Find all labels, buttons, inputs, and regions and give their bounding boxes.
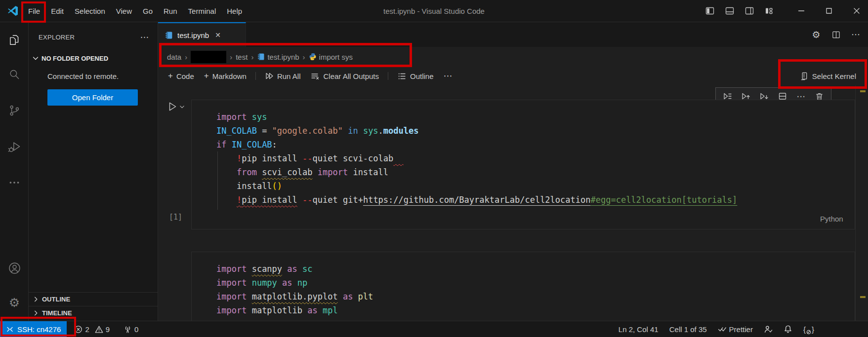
code-line[interactable]: IN_COLAB = "google.colab" in sys.modules: [216, 124, 855, 138]
code-token: plt: [358, 292, 373, 301]
cell-position[interactable]: Cell 1 of 35: [665, 325, 711, 334]
menu-item-help[interactable]: Help: [221, 0, 248, 22]
code-token: [343, 126, 348, 136]
breadcrumb: data › › test › test.ipynb › import sys: [158, 47, 868, 67]
double-check-icon: [718, 325, 727, 334]
code-token: as: [302, 305, 323, 315]
code-line[interactable]: if IN_COLAB:: [216, 138, 855, 151]
tab-bar: test.ipynb ✕ ⚙ ⋯: [158, 22, 868, 47]
cursor-position[interactable]: Ln 2, Col 41: [614, 325, 663, 334]
source-control-icon[interactable]: [2, 100, 26, 121]
code-token: import: [216, 292, 252, 301]
code-token: as: [277, 278, 297, 288]
accounts-icon[interactable]: [2, 257, 26, 279]
more-toolbar-actions-icon[interactable]: ⋯: [440, 69, 456, 83]
code-token: import: [216, 305, 252, 315]
problems-indicator[interactable]: 2 9: [71, 325, 113, 334]
chevron-right-icon: [32, 296, 40, 303]
section-label: NO FOLDER OPENED: [41, 55, 108, 62]
notifications-bell-icon[interactable]: [779, 325, 797, 334]
code-line[interactable]: import scanpy as sc: [216, 262, 855, 276]
close-tab-icon[interactable]: ✕: [215, 31, 221, 39]
cell-language-label[interactable]: Python: [820, 215, 843, 223]
code-token: =: [257, 126, 272, 136]
breadcrumb-file[interactable]: test.ipynb: [257, 53, 299, 61]
cell-1-editor[interactable]: import sysIN_COLAB = "google.colab" in s…: [192, 100, 855, 207]
run-all-button[interactable]: Run All: [261, 69, 305, 83]
code-token: [216, 195, 237, 205]
formatter-indicator[interactable]: Prettier: [713, 325, 757, 334]
code-line[interactable]: import matplotlib as mpl: [216, 303, 855, 317]
breadcrumb-symbol[interactable]: import sys: [309, 53, 353, 61]
search-icon[interactable]: [2, 64, 26, 85]
code-token: from: [237, 167, 262, 177]
settings-gear-icon[interactable]: ⚙: [2, 292, 26, 313]
menu-item-edit[interactable]: Edit: [45, 0, 69, 22]
code-token: [393, 153, 403, 163]
tab-test-ipynb[interactable]: test.ipynb ✕: [158, 22, 246, 47]
code-line[interactable]: install(): [216, 179, 855, 193]
code-line[interactable]: import numpy as np: [216, 276, 855, 290]
add-markdown-cell-button[interactable]: + Markdown: [200, 69, 250, 83]
breadcrumb-separator: ›: [303, 53, 305, 61]
menu-item-file[interactable]: File: [23, 0, 45, 22]
run-cell-button[interactable]: [167, 101, 185, 112]
code-cell-2[interactable]: import scanpy as scimport numpy as npimp…: [191, 252, 855, 321]
code-line[interactable]: import sys: [216, 110, 855, 124]
clear-all-outputs-button[interactable]: Clear All Outputs: [306, 69, 383, 83]
code-token: [358, 126, 363, 136]
cell-2-editor[interactable]: import scanpy as scimport numpy as npimp…: [192, 252, 855, 317]
select-kernel-button[interactable]: Select Kernel: [795, 69, 860, 83]
code-token: quiet scvi-colab: [313, 153, 394, 163]
explorer-actions-icon[interactable]: ⋯: [140, 32, 149, 42]
code-line[interactable]: !pip install --quiet scvi-colab: [216, 151, 855, 165]
outline-section-header[interactable]: OUTLINE: [29, 292, 158, 306]
breadcrumb-redacted[interactable]: [191, 51, 226, 63]
language-braces-icon[interactable]: { }: [799, 325, 819, 334]
plus-icon: +: [204, 71, 209, 81]
customize-layout-icon[interactable]: [759, 0, 779, 22]
open-folder-button[interactable]: Open Folder: [47, 89, 138, 106]
execution-count: [1]: [169, 213, 182, 222]
code-token: scvi_colab: [262, 167, 312, 177]
close-window-button[interactable]: [845, 0, 868, 22]
code-line[interactable]: !pip install --quiet git+https://github.…: [216, 193, 855, 207]
timeline-section-header[interactable]: TIMELINE: [29, 306, 158, 320]
editor-area: test.ipynb ✕ ⚙ ⋯ data › › test ›: [158, 22, 868, 321]
code-line[interactable]: import matplotlib.pyplot as plt: [216, 290, 855, 303]
breadcrumb-data[interactable]: data: [167, 53, 181, 61]
no-folder-section-header[interactable]: NO FOLDER OPENED: [32, 54, 158, 62]
more-actions-icon[interactable]: ⋯: [848, 27, 863, 42]
notebook-settings-icon[interactable]: ⚙: [809, 27, 824, 42]
menu-item-view[interactable]: View: [111, 0, 137, 22]
overview-ruler[interactable]: [855, 85, 868, 321]
split-editor-icon[interactable]: [828, 27, 843, 42]
toggle-secondary-sidebar-icon[interactable]: [740, 0, 759, 22]
breadcrumb-symbol-label: import sys: [319, 53, 353, 61]
code-token: quiet: [313, 195, 343, 205]
feedback-icon[interactable]: [759, 325, 777, 334]
run-and-debug-icon[interactable]: [2, 136, 26, 157]
menu-item-run[interactable]: Run: [158, 0, 183, 22]
code-token: :: [272, 140, 277, 150]
menu-item-selection[interactable]: Selection: [69, 0, 111, 22]
code-line[interactable]: from scvi_colab import install: [216, 165, 855, 179]
add-code-cell-button[interactable]: + Code: [164, 69, 198, 83]
plus-icon: +: [168, 71, 173, 81]
minimize-button[interactable]: [790, 0, 813, 22]
menu-bar: File Edit Selection View Go Run Terminal…: [23, 0, 248, 22]
explorer-icon[interactable]: [2, 29, 26, 51]
breadcrumb-test[interactable]: test: [236, 53, 248, 61]
toggle-panel-icon[interactable]: [720, 0, 740, 22]
remote-indicator[interactable]: SSH: cn4276: [0, 321, 67, 337]
toggle-primary-sidebar-icon[interactable]: [700, 0, 720, 22]
menu-item-go[interactable]: Go: [137, 0, 158, 22]
maximize-button[interactable]: [818, 0, 840, 22]
more-views-icon[interactable]: [2, 172, 26, 193]
ports-indicator[interactable]: 0: [120, 325, 142, 334]
menu-item-terminal[interactable]: Terminal: [183, 0, 222, 22]
outline-button[interactable]: Outline: [393, 69, 438, 83]
code-token: matplotlib.pyplot: [252, 292, 338, 301]
sidebar-title: EXPLORER: [39, 34, 75, 41]
code-cell-1[interactable]: import sysIN_COLAB = "google.colab" in s…: [191, 100, 855, 229]
